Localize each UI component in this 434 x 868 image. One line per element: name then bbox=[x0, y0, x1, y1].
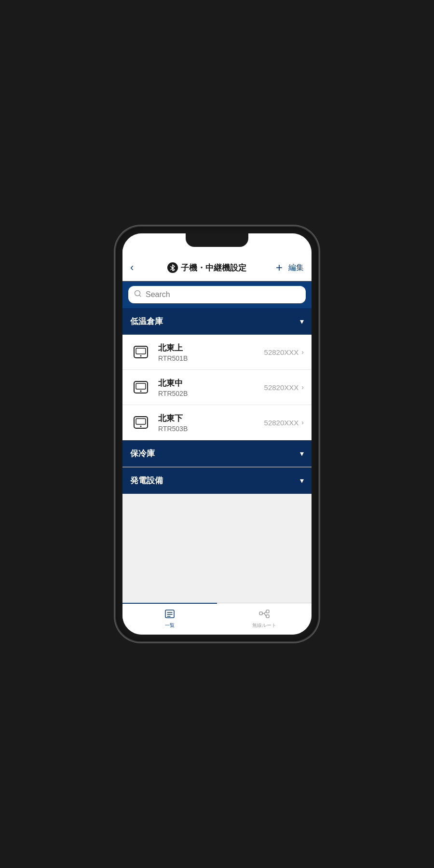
notch bbox=[186, 233, 248, 247]
tab-bar-wrapper: 一覧 無線ルート bbox=[122, 603, 312, 635]
list-item[interactable]: 北東下 RTR503B 52820XXX › bbox=[122, 405, 312, 440]
section-cooler[interactable]: 保冷庫 ▾ bbox=[122, 440, 312, 467]
nav-bar: ‹ 子機・中継機設定 + 編集 bbox=[122, 255, 312, 281]
section-cold-warehouse-chevron: ▾ bbox=[300, 317, 304, 326]
svg-rect-12 bbox=[266, 610, 269, 613]
item-name: 北東下 bbox=[158, 413, 264, 424]
section-cold-warehouse-title: 低温倉庫 bbox=[130, 316, 163, 327]
content-area: 低温倉庫 ▾ 北東上 RTR501B bbox=[122, 308, 312, 603]
svg-point-9 bbox=[140, 426, 142, 427]
item-name: 北東中 bbox=[158, 378, 264, 389]
svg-rect-2 bbox=[136, 348, 146, 354]
device-icon bbox=[130, 377, 151, 398]
item-right: 52820XXX › bbox=[264, 348, 304, 356]
svg-rect-8 bbox=[136, 419, 146, 424]
item-model: RTR501B bbox=[158, 354, 264, 362]
list-item[interactable]: 北東上 RTR501B 52820XXX › bbox=[122, 335, 312, 370]
add-button[interactable]: + bbox=[276, 261, 283, 274]
item-right: 52820XXX › bbox=[264, 383, 304, 392]
section-generator[interactable]: 発電設備 ▾ bbox=[122, 467, 312, 494]
section-generator-chevron: ▾ bbox=[300, 476, 304, 485]
edit-button[interactable]: 編集 bbox=[288, 263, 304, 273]
phone-screen: ‹ 子機・中継機設定 + 編集 bbox=[122, 233, 312, 635]
search-box bbox=[128, 286, 306, 303]
item-name: 北東上 bbox=[158, 342, 264, 353]
page-title: 子機・中継機設定 bbox=[181, 262, 246, 273]
cold-warehouse-items: 北東上 RTR501B 52820XXX › bbox=[122, 335, 312, 440]
bluetooth-icon bbox=[167, 262, 178, 273]
nav-actions: + 編集 bbox=[276, 261, 304, 274]
tab-list-icon bbox=[163, 607, 176, 621]
tab-list[interactable]: 一覧 bbox=[122, 603, 217, 631]
svg-rect-5 bbox=[136, 383, 146, 389]
device-icon bbox=[130, 412, 151, 433]
search-container bbox=[122, 281, 312, 308]
item-chevron: › bbox=[301, 348, 304, 356]
svg-point-3 bbox=[140, 355, 142, 357]
item-right: 52820XXX › bbox=[264, 419, 304, 427]
tab-wireless-route-label: 無線ルート bbox=[252, 622, 276, 629]
item-info: 北東中 RTR502B bbox=[158, 378, 264, 397]
item-info: 北東下 RTR503B bbox=[158, 413, 264, 433]
tab-bar: 一覧 無線ルート bbox=[122, 603, 312, 635]
tab-wireless-route[interactable]: 無線ルート bbox=[217, 603, 312, 631]
back-button[interactable]: ‹ bbox=[130, 259, 137, 276]
list-item[interactable]: 北東中 RTR502B 52820XXX › bbox=[122, 370, 312, 405]
section-cooler-chevron: ▾ bbox=[300, 449, 304, 458]
search-icon bbox=[134, 290, 142, 299]
item-id: 52820XXX bbox=[264, 419, 299, 427]
svg-rect-11 bbox=[259, 612, 262, 615]
tab-wireless-route-icon bbox=[258, 607, 271, 621]
phone-frame: ‹ 子機・中継機設定 + 編集 bbox=[116, 227, 318, 641]
content-spacer bbox=[122, 494, 312, 603]
item-id: 52820XXX bbox=[264, 383, 299, 392]
section-cold-warehouse[interactable]: 低温倉庫 ▾ bbox=[122, 308, 312, 335]
nav-title-area: 子機・中継機設定 bbox=[137, 262, 276, 273]
search-input[interactable] bbox=[146, 290, 300, 299]
tab-active-line bbox=[122, 603, 217, 604]
item-chevron: › bbox=[301, 419, 304, 426]
item-model: RTR502B bbox=[158, 390, 264, 397]
device-icon bbox=[130, 341, 151, 363]
item-chevron: › bbox=[301, 383, 304, 391]
item-id: 52820XXX bbox=[264, 348, 299, 356]
item-model: RTR503B bbox=[158, 425, 264, 433]
section-generator-title: 発電設備 bbox=[130, 475, 163, 486]
svg-point-6 bbox=[140, 391, 142, 392]
svg-rect-13 bbox=[266, 615, 269, 618]
tab-list-label: 一覧 bbox=[165, 622, 175, 629]
section-cooler-title: 保冷庫 bbox=[130, 448, 155, 459]
item-info: 北東上 RTR501B bbox=[158, 342, 264, 362]
